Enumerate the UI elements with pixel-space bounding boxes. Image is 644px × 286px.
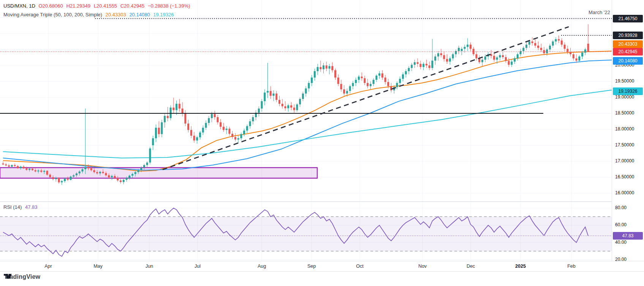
tradingview-attribution[interactable]: TradingView [4,273,40,280]
rsi-legend-row[interactable]: RSI (14) 47.83 [3,204,40,210]
price-tick-label: 17.50000 [615,142,634,148]
time-tick-aug: Aug [258,264,266,269]
symbol-legend-row[interactable]: USD/MXN, 1D O20.68060 H21.29349 L20.4155… [3,3,192,9]
trendline-target-label: March '22 [589,10,610,15]
time-tick-apr: Apr [44,264,52,269]
ascending-trendline[interactable] [163,27,569,169]
pane-separator[interactable] [0,202,644,202]
price-badge: 20.14080 [613,57,643,65]
price-tick-label: 16.50000 [615,174,634,180]
price-axis[interactable]: 20.0000019.5000019.0000018.5000018.00000… [612,0,644,271]
rsi-tick-label: 80.00 [615,205,627,210]
rsi-tick-label: 40.00 [615,240,627,245]
tradingview-chart-window: USD/MXN, 1D O20.68060 H21.29349 L20.4155… [0,0,644,286]
price-tick-label: 19.50000 [615,78,634,84]
rsi-tick-label: 60.00 [615,222,627,227]
ohlc-open: O20.68060 [38,3,63,9]
ma200-value: 19.19326 [153,12,174,17]
ma-indicator-title[interactable]: Moving Average Triple (50, 100, 200, Sim… [3,12,102,17]
price-badge: 20.43303 [613,40,643,48]
price-tick-label: 18.50000 [615,110,634,116]
price-tick-label: 19.00000 [615,94,634,100]
tradingview-logo-icon [4,273,12,280]
time-tick-dec: Dec [467,264,475,269]
time-tick-jun: Jun [146,264,153,269]
price-badge: 47.83 [613,232,643,240]
ohlc-close: C20.42945 [120,3,145,9]
ohlc-high: H21.29349 [66,3,90,9]
rsi-value: 47.83 [25,204,38,210]
price-badge: 19.19326 [613,87,643,95]
candlestick-series [2,24,589,185]
ma100-value: 20.14080 [129,12,150,17]
time-tick-oct: Oct [356,264,363,269]
time-axis[interactable]: AprMayJunJulAugSepOctNovDec2025Feb [0,261,644,272]
time-tick-feb: Feb [567,264,576,269]
price-tick-label: 16.00000 [615,190,634,195]
time-tick-2025: 2025 [515,264,526,269]
time-tick-nov: Nov [418,264,427,269]
time-tick-sep: Sep [307,264,316,269]
change-value: −0.28838 (−1.39%) [148,3,190,9]
ma50-value: 20.43303 [106,12,126,17]
rsi-indicator-title[interactable]: RSI (14) [3,204,22,210]
price-tick-label: 18.00000 [615,126,634,132]
ohlc-low: L20.41555 [94,3,117,9]
chart-canvas[interactable] [0,0,644,286]
rsi-pane [0,208,612,256]
time-tick-may: May [93,264,103,269]
price-badge: 21.46750 [613,15,643,22]
time-tick-jul: Jul [195,264,201,269]
price-badge: 20.42945 [613,48,643,56]
ma-legend-row[interactable]: Moving Average Triple (50, 100, 200, Sim… [3,12,176,17]
price-badge: 20.93928 [613,32,643,39]
price-tick-label: 17.00000 [615,158,634,164]
symbol-title[interactable]: USD/MXN, 1D [3,3,35,9]
